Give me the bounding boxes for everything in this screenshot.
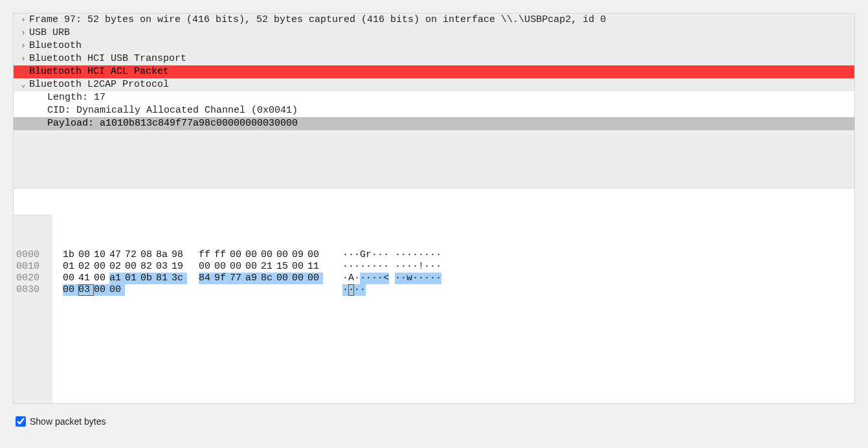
detail-text: Length: 17 bbox=[47, 91, 106, 104]
hex-byte[interactable]: 00 bbox=[199, 261, 214, 273]
hex-offset: 0010 bbox=[16, 261, 52, 273]
hex-line[interactable]: 0020004100a1010b813c849f77a98c000000·A··… bbox=[14, 273, 854, 284]
detail-text: Frame 97: 52 bytes on wire (416 bits), 5… bbox=[29, 14, 606, 27]
detail-text: USB URB bbox=[29, 27, 70, 39]
hex-byte[interactable]: 00 bbox=[94, 284, 109, 296]
hex-byte[interactable]: 00 bbox=[63, 273, 78, 284]
chevron-right-icon[interactable]: › bbox=[17, 27, 29, 39]
footer-bar: Show packet bytes bbox=[13, 404, 855, 429]
hex-byte[interactable]: 10 bbox=[94, 249, 109, 261]
hex-byte[interactable]: 77 bbox=[230, 273, 245, 284]
hex-byte[interactable]: 00 bbox=[214, 261, 230, 273]
hex-ascii: ·A·····< ··w····· bbox=[342, 273, 441, 284]
hex-byte[interactable]: 21 bbox=[261, 261, 276, 273]
hex-byte[interactable]: 84 bbox=[199, 273, 214, 284]
hex-byte[interactable]: 00 bbox=[94, 261, 109, 273]
detail-row[interactable]: CID: Dynamically Allocated Channel (0x00… bbox=[14, 104, 854, 117]
hex-byte[interactable]: 8a bbox=[156, 249, 172, 261]
hex-byte[interactable]: 00 bbox=[109, 284, 125, 296]
hex-byte[interactable]: 47 bbox=[109, 249, 125, 261]
hex-byte[interactable]: 00 bbox=[276, 273, 292, 284]
hex-byte[interactable]: 00 bbox=[261, 249, 276, 261]
hex-byte[interactable]: 0b bbox=[140, 273, 156, 284]
hex-byte[interactable]: 03 bbox=[156, 261, 172, 273]
hex-ascii: ········ ····!··· bbox=[342, 261, 441, 273]
detail-text: Bluetooth L2CAP Protocol bbox=[29, 78, 169, 91]
detail-text: CID: Dynamically Allocated Channel (0x00… bbox=[47, 104, 298, 117]
hex-byte[interactable]: 09 bbox=[292, 249, 307, 261]
packet-details-pane[interactable]: ›Frame 97: 52 bytes on wire (416 bits), … bbox=[14, 14, 854, 188]
hex-line[interactable]: 00001b00104772088a98ffff000000000900···G… bbox=[14, 249, 854, 261]
hex-byte[interactable]: 82 bbox=[140, 261, 156, 273]
hex-byte[interactable]: 00 bbox=[94, 273, 109, 284]
hex-byte[interactable]: 00 bbox=[245, 261, 261, 273]
hex-byte[interactable]: 98 bbox=[172, 249, 187, 261]
hex-byte[interactable]: 00 bbox=[230, 261, 245, 273]
hex-byte[interactable]: 00 bbox=[230, 249, 245, 261]
hex-offset: 0020 bbox=[16, 273, 52, 284]
chevron-right-icon[interactable]: › bbox=[17, 52, 29, 65]
packet-detail-and-bytes-container: ›Frame 97: 52 bytes on wire (416 bits), … bbox=[13, 13, 855, 404]
hex-byte[interactable]: 81 bbox=[156, 273, 172, 284]
hex-byte[interactable]: 72 bbox=[125, 249, 140, 261]
hex-byte[interactable]: 00 bbox=[63, 284, 78, 296]
hex-byte[interactable]: 8c bbox=[261, 273, 276, 284]
hex-offset: 0000 bbox=[16, 249, 52, 261]
detail-row[interactable]: ›Bluetooth bbox=[14, 39, 854, 52]
hex-byte[interactable]: 01 bbox=[63, 261, 78, 273]
hex-ascii: ···Gr··· ········ bbox=[342, 249, 441, 261]
hex-byte[interactable]: 1b bbox=[63, 249, 78, 261]
hex-byte[interactable]: 00 bbox=[292, 261, 307, 273]
detail-text: Payload: a1010b813c849f77a98c00000000030… bbox=[47, 117, 298, 130]
hex-line[interactable]: 003000030000···· bbox=[14, 284, 854, 296]
hex-byte[interactable]: 02 bbox=[109, 261, 125, 273]
hex-offset: 0030 bbox=[16, 284, 52, 296]
detail-row[interactable]: ›Frame 97: 52 bytes on wire (416 bits), … bbox=[14, 14, 854, 27]
detail-row[interactable]: ›Bluetooth HCI USB Transport bbox=[14, 52, 854, 65]
packet-bytes-pane[interactable]: 00001b00104772088a98ffff000000000900···G… bbox=[14, 188, 854, 403]
hex-byte[interactable]: 02 bbox=[78, 261, 94, 273]
hex-byte[interactable]: 15 bbox=[276, 261, 292, 273]
show-packet-bytes-checkbox[interactable] bbox=[16, 416, 26, 427]
hex-byte[interactable]: 01 bbox=[125, 273, 140, 284]
chevron-right-icon[interactable]: › bbox=[17, 39, 29, 52]
detail-row[interactable]: ›Bluetooth HCI ACL Packet bbox=[14, 65, 854, 78]
hex-byte[interactable]: 00 bbox=[125, 261, 140, 273]
chevron-right-icon[interactable]: › bbox=[17, 65, 29, 78]
hex-byte[interactable]: ff bbox=[214, 249, 230, 261]
detail-text: Bluetooth bbox=[29, 39, 82, 52]
hex-byte[interactable]: 9f bbox=[214, 273, 230, 284]
hex-byte[interactable]: 00 bbox=[245, 249, 261, 261]
hex-ascii: ···· bbox=[342, 284, 441, 296]
detail-row[interactable]: Length: 17 bbox=[14, 91, 854, 104]
hex-byte[interactable]: 41 bbox=[78, 273, 94, 284]
hex-byte[interactable]: 11 bbox=[307, 261, 323, 273]
hex-byte[interactable]: ff bbox=[199, 249, 214, 261]
chevron-right-icon[interactable]: › bbox=[17, 14, 29, 27]
hex-offset-gutter bbox=[14, 214, 52, 403]
detail-row[interactable]: ›USB URB bbox=[14, 27, 854, 39]
hex-byte[interactable]: a9 bbox=[245, 273, 261, 284]
hex-byte[interactable]: 00 bbox=[307, 273, 323, 284]
hex-byte[interactable]: 00 bbox=[307, 249, 323, 261]
hex-byte[interactable]: a1 bbox=[109, 273, 125, 284]
chevron-down-icon[interactable]: ⌄ bbox=[17, 78, 29, 91]
hex-byte[interactable]: 08 bbox=[140, 249, 156, 261]
hex-line[interactable]: 001001020002008203190000000021150011····… bbox=[14, 261, 854, 273]
detail-text: Bluetooth HCI USB Transport bbox=[29, 52, 186, 65]
hex-byte[interactable]: 00 bbox=[292, 273, 307, 284]
hex-byte[interactable]: 3c bbox=[172, 273, 187, 284]
detail-row[interactable]: ⌄Bluetooth L2CAP Protocol bbox=[14, 78, 854, 91]
show-packet-bytes-label[interactable]: Show packet bytes bbox=[30, 416, 106, 427]
hex-byte[interactable]: 19 bbox=[172, 261, 187, 273]
hex-byte[interactable]: 00 bbox=[78, 249, 94, 261]
hex-byte[interactable]: 00 bbox=[276, 249, 292, 261]
hex-byte[interactable]: 03 bbox=[78, 284, 94, 296]
detail-text: Bluetooth HCI ACL Packet bbox=[29, 65, 169, 78]
detail-row[interactable]: Payload: a1010b813c849f77a98c00000000030… bbox=[14, 117, 854, 130]
